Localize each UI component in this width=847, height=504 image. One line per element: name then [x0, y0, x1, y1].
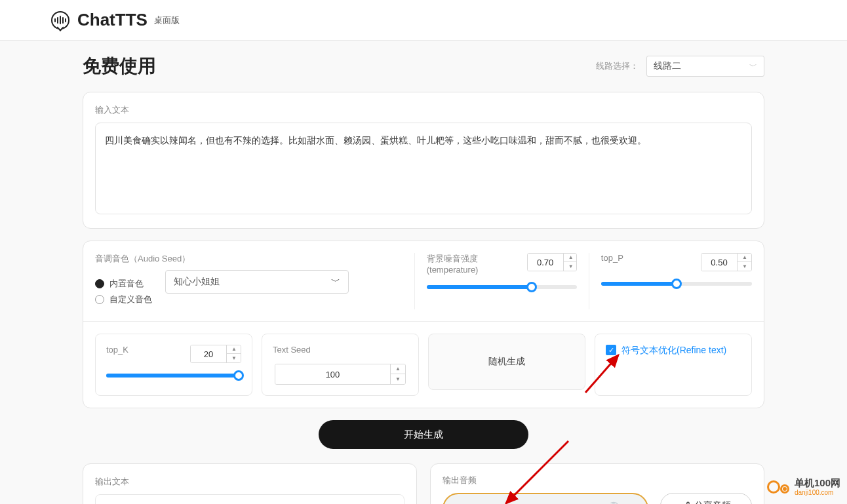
voice-select[interactable]: 知心小姐姐 ﹀	[165, 270, 349, 294]
spin-up-icon[interactable]: ▲	[564, 254, 577, 262]
spin-down-icon[interactable]: ▼	[227, 354, 241, 362]
audio-seed-label: 音调音色（Audio Seed）	[95, 253, 403, 265]
spin-up-icon[interactable]: ▲	[227, 345, 241, 354]
output-text-content: 四川美食确实以辣闻名，但也有不辣的选择[uv_break]。比如甜水面、赖汤园、…	[95, 494, 404, 504]
watermark: 单机100网 danji100.com	[767, 475, 840, 499]
volume-icon[interactable]: 🔊	[605, 501, 620, 504]
input-textarea[interactable]: 四川美食确实以辣闻名，但也有不辣的选择。比如甜水面、赖汤园、蛋烘糕、叶儿粑等，这…	[95, 123, 752, 214]
output-text-panel: 输出文本 四川美食确实以辣闻名，但也有不辣的选择[uv_break]。比如甜水面…	[83, 463, 417, 504]
spin-down-icon[interactable]: ▼	[391, 374, 405, 384]
output-audio-panel: 输出音频 0:04 / 0:10 🔊	[430, 463, 764, 504]
random-generate-button[interactable]: 随机生成	[428, 334, 585, 390]
spin-down-icon[interactable]: ▼	[738, 262, 752, 271]
audio-player[interactable]: 0:04 / 0:10 🔊 ⋮	[443, 493, 648, 504]
params-panel: 音调音色（Audio Seed） 内置音色 自定义音色 知心小姐姐	[83, 241, 764, 408]
page-title: 免费使用	[83, 54, 156, 79]
share-audio-button[interactable]: 分享音频	[660, 493, 752, 504]
watermark-logo-icon	[767, 475, 791, 499]
more-icon[interactable]: ⋮	[626, 501, 638, 504]
share-icon	[681, 501, 690, 504]
app-title: ChatTTS	[77, 10, 148, 30]
output-audio-label: 输出音频	[443, 475, 752, 486]
top-k-input[interactable]: ▲▼	[190, 345, 241, 363]
app-logo	[51, 11, 69, 29]
spin-down-icon[interactable]: ▼	[564, 262, 577, 271]
radio-builtin[interactable]: 内置音色	[95, 278, 152, 290]
chevron-down-icon: ﹀	[749, 61, 757, 72]
annotation-arrow-icon	[582, 350, 635, 396]
input-panel: 输入文本 四川美食确实以辣闻名，但也有不辣的选择。比如甜水面、赖汤园、蛋烘糕、叶…	[83, 92, 764, 229]
generate-button[interactable]: 开始生成	[319, 420, 528, 449]
app-subtitle: 桌面版	[154, 14, 180, 26]
top-k-slider[interactable]	[106, 374, 241, 378]
top-p-slider[interactable]	[601, 282, 752, 286]
temperature-input[interactable]: ▲▼	[527, 253, 577, 271]
text-seed-label: Text Seed	[273, 345, 311, 355]
checkbox-checked-icon: ✓	[606, 345, 616, 355]
text-seed-input[interactable]: ▲▼	[275, 364, 406, 385]
pause-button[interactable]	[453, 500, 470, 504]
temperature-slider[interactable]	[427, 285, 577, 289]
top-p-label: top_P	[601, 253, 623, 263]
temperature-label: 背景噪音强度(temperature)	[427, 253, 527, 275]
route-select[interactable]: 线路二 ﹀	[646, 56, 764, 77]
spin-up-icon[interactable]: ▲	[391, 364, 405, 374]
top-k-label: top_K	[106, 345, 128, 355]
top-p-input[interactable]: ▲▼	[701, 253, 752, 271]
route-label: 线路选择：	[596, 60, 639, 72]
refine-text-checkbox[interactable]: ✓ 符号文本优化(Refine text)	[595, 334, 752, 396]
svg-line-1	[585, 355, 618, 393]
input-label: 输入文本	[95, 104, 752, 116]
radio-custom[interactable]: 自定义音色	[95, 294, 152, 305]
chevron-down-icon: ﹀	[331, 276, 340, 288]
spin-up-icon[interactable]: ▲	[738, 254, 752, 262]
output-text-label: 输出文本	[95, 476, 404, 488]
